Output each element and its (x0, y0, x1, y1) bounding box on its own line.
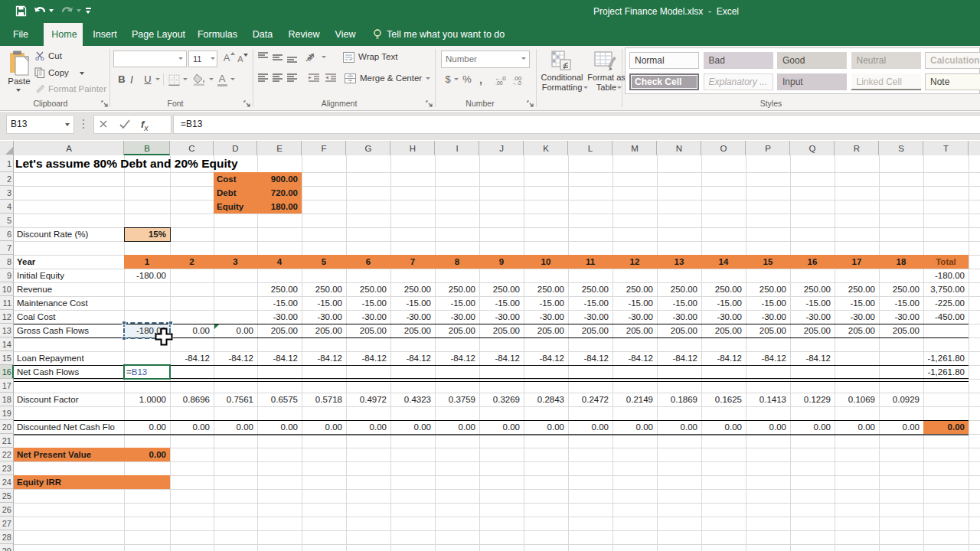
svg-text:→.0: →.0 (511, 80, 521, 85)
svg-text:.00: .00 (495, 80, 503, 85)
